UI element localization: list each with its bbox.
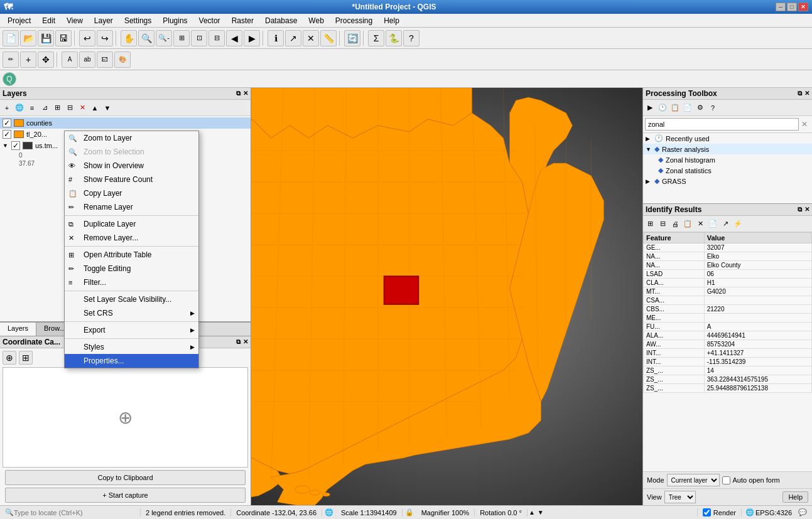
search-clear-btn[interactable]: ✕: [799, 119, 810, 130]
pan-btn[interactable]: ✋: [121, 30, 137, 46]
layer-checkbox-tl20[interactable]: ✓: [3, 130, 11, 139]
prev-extent-btn[interactable]: ◀: [226, 30, 242, 46]
ctx-duplicate-layer[interactable]: ⧉ Duplicate Layer: [65, 217, 198, 231]
menu-project[interactable]: Project: [3, 15, 36, 26]
ctx-remove-layer[interactable]: ✕ Remove Layer...: [65, 231, 198, 245]
minimize-button[interactable]: ─: [776, 3, 786, 11]
zoom-selection-btn[interactable]: ⊟: [208, 30, 225, 46]
ident-expand-btn[interactable]: ⊞: [644, 218, 656, 230]
save-project-btn[interactable]: 💾: [38, 30, 54, 46]
ctx-scale-visibility[interactable]: Set Layer Scale Visibility...: [65, 292, 198, 306]
python-btn[interactable]: 🐍: [386, 30, 402, 46]
menu-layer[interactable]: Layer: [89, 15, 118, 26]
move-up-btn[interactable]: ▲: [89, 102, 100, 114]
menu-vector[interactable]: Vector: [194, 15, 225, 26]
add-feature-btn[interactable]: +: [20, 51, 36, 68]
close-button[interactable]: ✕: [798, 3, 808, 11]
ident-clear-btn[interactable]: ✕: [695, 218, 706, 230]
search-input[interactable]: [645, 118, 799, 131]
proc-help-btn[interactable]: ?: [707, 102, 718, 114]
menu-settings[interactable]: Settings: [119, 15, 156, 26]
collapse-all-btn[interactable]: ⊟: [64, 102, 75, 114]
proc-results-btn[interactable]: 📄: [682, 102, 693, 114]
remove-layer-btn[interactable]: ✕: [77, 102, 88, 114]
start-capture-btn[interactable]: + Start capture: [5, 488, 246, 503]
coord-crosshair-btn[interactable]: ⊕: [3, 351, 16, 365]
ctx-copy-layer[interactable]: 📋 Copy Layer: [65, 186, 198, 200]
ident-print-btn[interactable]: 🖨: [669, 218, 681, 230]
menu-database[interactable]: Database: [260, 15, 302, 26]
ident-form-btn[interactable]: 📄: [707, 218, 718, 230]
tab-layers[interactable]: Layers: [0, 323, 36, 336]
undo-btn[interactable]: ↩: [79, 30, 95, 46]
select-btn[interactable]: ↗: [285, 30, 301, 46]
zoom-in-btn[interactable]: 🔍: [138, 30, 154, 46]
help-btn-tb[interactable]: ?: [403, 30, 420, 46]
identify-btn[interactable]: ℹ: [268, 30, 284, 46]
rotation-up-btn[interactable]: ▲: [528, 509, 536, 516]
ident-copy-btn[interactable]: 📋: [682, 218, 693, 230]
ctx-export[interactable]: Export ▶: [65, 323, 198, 337]
measure-btn[interactable]: 📏: [320, 30, 337, 46]
refresh-btn[interactable]: 🔄: [344, 30, 360, 46]
coord-float-btn[interactable]: ⧉: [236, 338, 241, 346]
ctx-set-crs[interactable]: Set CRS ▶: [65, 306, 198, 320]
expand-all-btn[interactable]: ⊞: [51, 102, 63, 114]
help-button[interactable]: Help: [782, 491, 808, 503]
rotation-down-btn[interactable]: ▼: [536, 509, 545, 516]
auto-open-checkbox[interactable]: [722, 476, 730, 484]
ctx-feature-count[interactable]: # Show Feature Count: [65, 173, 198, 186]
proc-options-btn[interactable]: ⚙: [695, 102, 706, 114]
layer-expand-ustm[interactable]: ▼: [3, 142, 9, 149]
label-btn[interactable]: A: [62, 51, 78, 68]
epsg-status[interactable]: 🌐 EPSG:4326: [741, 508, 796, 516]
diagram-btn[interactable]: 🗠: [97, 51, 113, 68]
layer-item-counties[interactable]: ✓ counties: [0, 117, 251, 129]
redo-btn[interactable]: ↪: [97, 30, 113, 46]
ctx-rename-layer[interactable]: ✏ Rename Layer: [65, 200, 198, 214]
next-extent-btn[interactable]: ▶: [244, 30, 260, 46]
coord-grid-btn[interactable]: ⊞: [19, 351, 33, 365]
add-layer-btn[interactable]: +: [1, 102, 13, 114]
open-project-btn[interactable]: 📂: [20, 30, 36, 46]
render-checkbox[interactable]: [703, 508, 711, 516]
zoom-layer-btn[interactable]: ⊡: [191, 30, 207, 46]
tree-zonal-statistics[interactable]: ◆ Zonal statistics: [643, 165, 812, 176]
ctx-zoom-to-layer[interactable]: 🔍 Zoom to Layer: [65, 131, 198, 145]
tree-recently-used[interactable]: ▶ 🕐 Recently used: [643, 133, 812, 144]
qgis-logo[interactable]: Q: [3, 72, 16, 86]
ident-close-btn[interactable]: ✕: [804, 206, 809, 213]
layer-checkbox-counties[interactable]: ✓: [3, 119, 11, 127]
proc-run-btn[interactable]: ▶: [644, 102, 656, 114]
move-feature-btn[interactable]: ✥: [38, 51, 54, 68]
ctx-toggle-editing[interactable]: ✏ Toggle Editing: [65, 262, 198, 276]
proc-recent-btn[interactable]: 🕐: [657, 102, 668, 114]
map-area[interactable]: [251, 88, 642, 505]
ident-float-btn[interactable]: ⧉: [798, 206, 802, 213]
label2-btn[interactable]: ab: [79, 51, 95, 68]
filter-legend-btn[interactable]: ⊿: [39, 102, 50, 114]
field-calc-btn[interactable]: Σ: [368, 30, 384, 46]
proc-history-btn[interactable]: 📋: [669, 102, 681, 114]
proc-float-btn[interactable]: ⧉: [798, 90, 802, 97]
layer-checkbox-ustm[interactable]: ✓: [11, 141, 20, 150]
ctx-styles[interactable]: Styles ▶: [65, 340, 198, 354]
menu-view[interactable]: View: [62, 15, 88, 26]
ctx-zoom-to-selection[interactable]: 🔍 Zoom to Selection: [65, 145, 198, 159]
tree-raster-analysis[interactable]: ▼ ◆ Raster analysis: [643, 144, 812, 154]
mode-select[interactable]: Current layer Top down All layers: [667, 474, 720, 486]
copy-clipboard-btn[interactable]: Copy to Clipboard: [5, 470, 246, 485]
ctx-open-attribute-table[interactable]: ⊞ Open Attribute Table: [65, 248, 198, 262]
menu-plugins[interactable]: Plugins: [158, 15, 192, 26]
messages-btn[interactable]: 💬: [796, 508, 809, 516]
tree-grass[interactable]: ▶ ◆ GRASS: [643, 176, 812, 186]
menu-raster[interactable]: Raster: [227, 15, 259, 26]
zoom-out-btn[interactable]: 🔍-: [156, 30, 172, 46]
new-project-btn[interactable]: 📄: [3, 30, 19, 46]
proc-close-btn[interactable]: ✕: [804, 90, 809, 97]
digitize-btn[interactable]: ✏: [3, 51, 19, 68]
view-select[interactable]: Tree Table: [664, 491, 696, 503]
colorize-btn[interactable]: 🎨: [114, 51, 131, 68]
ctx-filter[interactable]: ≡ Filter...: [65, 276, 198, 289]
layers-float-btn[interactable]: ⧉: [236, 90, 241, 97]
